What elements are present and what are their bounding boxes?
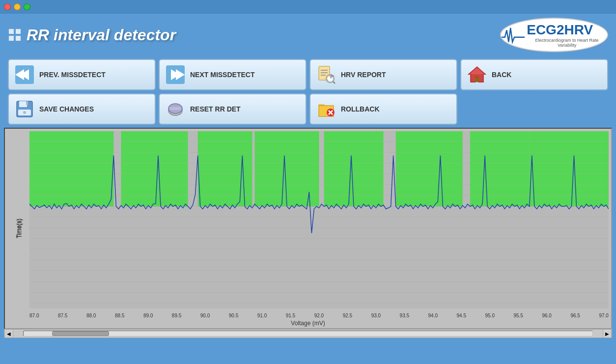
x-tick-9: 91.0 [257,313,267,318]
window-controls[interactable] [4,3,30,10]
x-axis-label: Voltage (mV) [291,320,325,327]
scrollbar-area[interactable]: ◀ ▶ [4,329,612,338]
logo-sub: Electrocardiogram to Heart Rate Variabil… [527,38,607,48]
prev-missdetect-icon [15,65,34,84]
x-tick-14: 93.5 [400,313,409,318]
svg-rect-1 [16,29,21,34]
svg-line-16 [333,82,335,84]
svg-rect-29 [170,107,181,110]
svg-point-26 [23,111,26,114]
svg-rect-0 [9,29,14,34]
app-title: RR interval detector [8,26,176,44]
x-tick-11: 92.0 [314,313,324,318]
x-tick-21: 97.0 [599,313,608,318]
back-icon [467,65,487,84]
x-tick-15: 94.0 [428,313,438,318]
x-tick-12: 92.5 [343,313,352,318]
svg-marker-20 [469,67,485,74]
hrv-report-icon [316,65,336,84]
x-tick-2: 87.5 [58,313,67,318]
title-bar [0,0,616,14]
save-changes-icon [15,99,34,119]
x-tick-3: 88.0 [86,313,96,318]
rollback-button[interactable]: ROLLBACK [309,93,457,125]
x-tick-10: 91.5 [286,313,295,318]
svg-rect-2 [9,36,14,41]
next-missdetect-icon [166,65,185,84]
x-tick-6: 89.5 [172,313,181,318]
scrollbar-track[interactable] [23,331,593,336]
x-tick-19: 96.0 [542,313,551,318]
x-tick-1: 87.0 [29,313,39,318]
x-axis-ticks: 87.0 87.5 88.0 88.5 89.0 89.5 90.0 90.5 … [29,313,609,318]
buttons-area: PREV. MISSDETECT NEXT MISSDETECT [0,56,616,128]
maximize-button[interactable] [24,3,30,10]
x-tick-8: 90.5 [229,313,238,318]
next-missdetect-button[interactable]: NEXT MISSDETECT [159,59,307,90]
logo-area: ECG2HRV Electrocardiogram to Heart Rate … [500,18,608,52]
x-tick-4: 88.5 [115,313,124,318]
x-tick-17: 95.0 [485,313,495,318]
scroll-right-button[interactable]: ▶ [603,329,612,338]
svg-rect-36 [193,146,198,207]
grid-icon [8,28,22,42]
minimize-button[interactable] [14,3,21,10]
header: RR interval detector ECG2HRV Electrocard… [0,14,616,56]
x-tick-18: 95.5 [513,313,523,318]
ecg-logo-waveform [501,25,525,45]
back-button[interactable]: BACK [460,59,608,90]
chart-inner: Time(s) [5,129,611,328]
svg-rect-3 [16,36,21,41]
logo-text: ECG2HRV [527,22,607,38]
svg-rect-23 [19,101,27,107]
svg-rect-19 [475,77,479,82]
y-axis-label: Time(s) [15,219,22,238]
close-button[interactable] [4,3,11,10]
x-tick-16: 94.5 [457,313,466,318]
reset-rr-det-button[interactable]: RESET RR DET [159,93,307,125]
scrollbar-thumb[interactable] [52,331,109,336]
rollback-icon [316,99,336,119]
x-tick-20: 96.5 [570,313,580,318]
chart-container: Time(s) [4,128,612,329]
x-tick-13: 93.0 [371,313,381,318]
svg-rect-24 [26,101,28,105]
chart-svg[interactable]: 1.0 0.9 0.8 0.7 0.6 0.5 0.4 0.3 0.2 0.1 … [29,131,609,308]
prev-missdetect-button[interactable]: PREV. MISSDETECT [8,59,156,90]
hrv-report-button[interactable]: HRV REPORT [309,59,457,90]
reset-rr-det-icon [166,99,185,119]
scroll-left-button[interactable]: ◀ [4,329,13,338]
save-changes-button[interactable]: SAVE CHANGES [8,93,156,125]
x-tick-5: 89.0 [143,313,153,318]
x-tick-7: 90.0 [200,313,210,318]
